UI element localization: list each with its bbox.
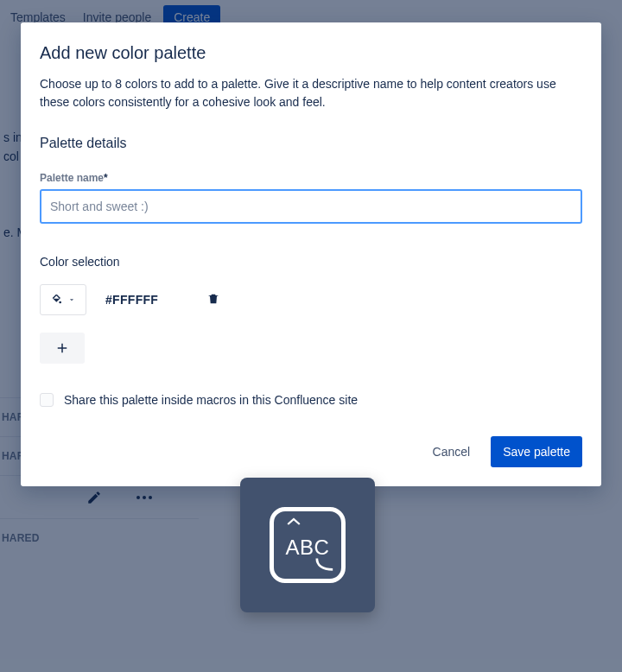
add-color-button[interactable]: [40, 333, 85, 364]
share-row: Share this palette inside macros in this…: [40, 393, 582, 407]
palette-name-input[interactable]: [40, 189, 582, 224]
keyboard-input-badge: ABC: [240, 478, 375, 612]
save-palette-button[interactable]: Save palette: [491, 436, 582, 467]
share-checkbox[interactable]: [40, 393, 54, 407]
section-palette-details: Palette details: [40, 136, 582, 151]
modal-title: Add new color palette: [40, 43, 582, 63]
chevron-down-icon: [67, 295, 76, 304]
section-color-selection: Color selection: [40, 255, 582, 269]
share-label: Share this palette inside macros in this…: [64, 393, 358, 407]
chevron-up-icon: [286, 517, 301, 527]
plus-icon: [54, 340, 70, 356]
delete-color-button[interactable]: [203, 288, 224, 313]
svg-point-0: [59, 301, 61, 304]
cancel-button[interactable]: Cancel: [428, 438, 476, 466]
palette-name-label: Palette name*: [40, 172, 582, 184]
trash-icon: [206, 291, 220, 307]
keyboard-badge-inner: ABC: [270, 507, 346, 583]
color-row: #FFFFFF: [40, 284, 582, 315]
modal-description: Choose up to 8 colors to add to a palett…: [40, 75, 582, 111]
color-picker-button[interactable]: [40, 284, 86, 315]
color-hex-value: #FFFFFF: [105, 293, 158, 307]
arc-icon: [315, 556, 334, 572]
add-color-palette-modal: Add new color palette Choose up to 8 col…: [21, 22, 601, 486]
paint-bucket-icon: [50, 293, 64, 307]
modal-footer: Cancel Save palette: [40, 436, 582, 467]
